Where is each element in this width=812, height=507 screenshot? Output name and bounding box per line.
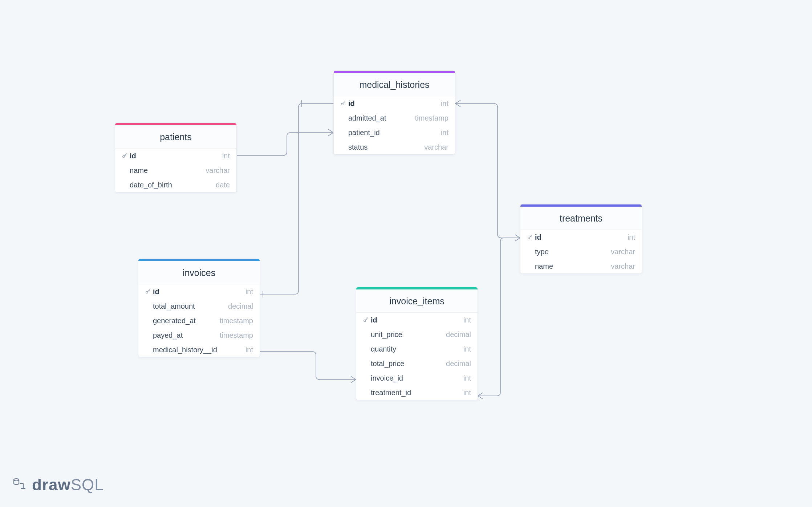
column-row[interactable]: quantityint bbox=[356, 342, 478, 356]
column-row[interactable]: total_pricedecimal bbox=[356, 356, 478, 371]
column-row[interactable]: idint bbox=[115, 149, 236, 163]
column-row[interactable]: unit_pricedecimal bbox=[356, 327, 478, 342]
column-name: unit_price bbox=[371, 330, 446, 339]
column-type: decimal bbox=[446, 330, 471, 339]
column-name: date_of_birth bbox=[130, 181, 216, 189]
column-name: total_price bbox=[371, 360, 446, 368]
column-row[interactable]: namevarchar bbox=[115, 163, 236, 178]
column-name: payed_at bbox=[153, 331, 220, 340]
column-type: date bbox=[216, 181, 230, 189]
column-name: quantity bbox=[371, 345, 463, 353]
key-icon bbox=[145, 289, 153, 295]
column-type: int bbox=[463, 345, 471, 353]
column-name: status bbox=[348, 143, 424, 151]
column-row[interactable]: medical_history__idint bbox=[138, 342, 260, 357]
table-treatments[interactable]: treatments idinttypevarcharnamevarchar bbox=[520, 204, 642, 274]
column-name: id bbox=[130, 152, 222, 160]
drawsql-logo: drawSQL bbox=[12, 476, 104, 494]
column-name: generated_at bbox=[153, 317, 220, 325]
column-name: id bbox=[371, 316, 463, 324]
column-type: timestamp bbox=[415, 114, 448, 122]
column-row[interactable]: idint bbox=[334, 96, 455, 111]
column-row[interactable]: payed_attimestamp bbox=[138, 328, 260, 342]
column-row[interactable]: idint bbox=[138, 284, 260, 299]
column-name: invoice_id bbox=[371, 374, 463, 382]
column-name: name bbox=[130, 166, 206, 175]
table-rows: idintadmitted_attimestamppatient_idintst… bbox=[334, 96, 455, 154]
column-row[interactable]: idint bbox=[356, 313, 478, 327]
column-type: decimal bbox=[446, 360, 471, 368]
column-type: varchar bbox=[611, 248, 635, 256]
column-type: int bbox=[463, 389, 471, 397]
table-title: invoices bbox=[138, 261, 260, 284]
column-row[interactable]: generated_attimestamp bbox=[138, 313, 260, 328]
key-icon bbox=[340, 101, 348, 106]
diagram-canvas[interactable]: patients idintnamevarchardate_of_birthda… bbox=[0, 0, 812, 507]
column-type: int bbox=[628, 233, 635, 242]
column-type: int bbox=[245, 288, 253, 296]
column-row[interactable]: namevarchar bbox=[520, 259, 642, 273]
column-type: int bbox=[222, 152, 230, 160]
table-title: treatments bbox=[520, 207, 642, 230]
table-rows: idintunit_pricedecimalquantityinttotal_p… bbox=[356, 313, 478, 400]
column-type: timestamp bbox=[220, 317, 253, 325]
column-row[interactable]: idint bbox=[520, 230, 642, 244]
column-row[interactable]: date_of_birthdate bbox=[115, 178, 236, 192]
column-type: varchar bbox=[206, 166, 230, 175]
svg-point-5 bbox=[14, 479, 19, 481]
table-rows: idinttypevarcharnamevarchar bbox=[520, 230, 642, 273]
table-title: invoice_items bbox=[356, 289, 478, 313]
key-icon bbox=[527, 234, 535, 240]
column-name: patient_id bbox=[348, 129, 441, 137]
column-type: int bbox=[463, 374, 471, 382]
column-type: decimal bbox=[228, 302, 253, 311]
column-row[interactable]: statusvarchar bbox=[334, 140, 455, 154]
column-type: int bbox=[441, 100, 448, 108]
column-type: varchar bbox=[424, 143, 448, 151]
table-patients[interactable]: patients idintnamevarchardate_of_birthda… bbox=[115, 123, 237, 192]
column-name: name bbox=[535, 262, 611, 271]
column-type: int bbox=[245, 346, 253, 354]
table-invoices[interactable]: invoices idinttotal_amountdecimalgenerat… bbox=[138, 259, 260, 357]
column-type: int bbox=[441, 129, 448, 137]
logo-icon bbox=[12, 477, 27, 493]
column-name: treatment_id bbox=[371, 389, 463, 397]
column-name: id bbox=[535, 233, 628, 242]
column-row[interactable]: typevarchar bbox=[520, 244, 642, 259]
column-row[interactable]: patient_idint bbox=[334, 125, 455, 140]
column-type: int bbox=[463, 316, 471, 324]
column-type: timestamp bbox=[220, 331, 253, 340]
column-row[interactable]: total_amountdecimal bbox=[138, 299, 260, 313]
column-row[interactable]: treatment_idint bbox=[356, 385, 478, 400]
table-rows: idintnamevarchardate_of_birthdate bbox=[115, 149, 236, 192]
column-name: id bbox=[348, 100, 441, 108]
column-row[interactable]: admitted_attimestamp bbox=[334, 111, 455, 125]
table-medical-histories[interactable]: medical_histories idintadmitted_attimest… bbox=[333, 70, 455, 155]
column-type: varchar bbox=[611, 262, 635, 271]
key-icon bbox=[363, 317, 371, 323]
column-name: medical_history__id bbox=[153, 346, 245, 354]
column-name: id bbox=[153, 288, 245, 296]
key-icon bbox=[122, 153, 130, 159]
column-name: type bbox=[535, 248, 611, 256]
table-title: patients bbox=[115, 125, 236, 149]
table-invoice-items[interactable]: invoice_items idintunit_pricedecimalquan… bbox=[356, 287, 478, 400]
column-row[interactable]: invoice_idint bbox=[356, 371, 478, 385]
logo-text: drawSQL bbox=[32, 476, 104, 494]
table-rows: idinttotal_amountdecimalgenerated_attime… bbox=[138, 284, 260, 357]
table-title: medical_histories bbox=[334, 73, 455, 96]
column-name: total_amount bbox=[153, 302, 228, 311]
column-name: admitted_at bbox=[348, 114, 415, 122]
